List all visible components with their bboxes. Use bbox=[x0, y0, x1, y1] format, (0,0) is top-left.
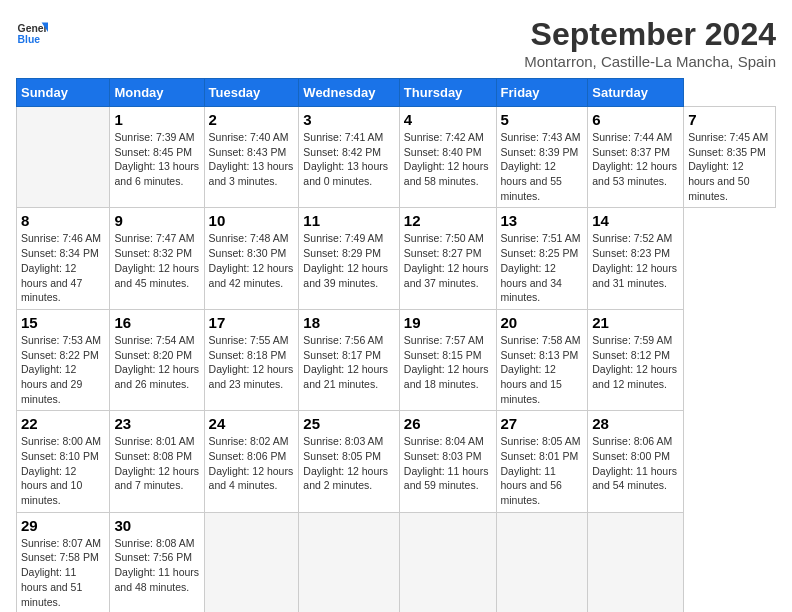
calendar-cell: 12 Sunrise: 7:50 AMSunset: 8:27 PMDaylig… bbox=[399, 208, 496, 309]
day-info: Sunrise: 7:58 AMSunset: 8:13 PMDaylight:… bbox=[501, 333, 584, 406]
logo-icon: General Blue bbox=[16, 16, 48, 48]
calendar-cell bbox=[299, 512, 399, 612]
day-info: Sunrise: 7:57 AMSunset: 8:15 PMDaylight:… bbox=[404, 333, 492, 392]
day-info: Sunrise: 7:42 AMSunset: 8:40 PMDaylight:… bbox=[404, 130, 492, 189]
day-number: 20 bbox=[501, 314, 584, 331]
day-number: 8 bbox=[21, 212, 105, 229]
day-info: Sunrise: 7:45 AMSunset: 8:35 PMDaylight:… bbox=[688, 130, 771, 203]
day-number: 6 bbox=[592, 111, 679, 128]
day-info: Sunrise: 8:02 AMSunset: 8:06 PMDaylight:… bbox=[209, 434, 295, 493]
day-info: Sunrise: 8:01 AMSunset: 8:08 PMDaylight:… bbox=[114, 434, 199, 493]
logo: General Blue bbox=[16, 16, 48, 48]
calendar-cell: 28 Sunrise: 8:06 AMSunset: 8:00 PMDaylig… bbox=[588, 411, 684, 512]
day-info: Sunrise: 8:05 AMSunset: 8:01 PMDaylight:… bbox=[501, 434, 584, 507]
day-number: 22 bbox=[21, 415, 105, 432]
day-number: 23 bbox=[114, 415, 199, 432]
day-number: 2 bbox=[209, 111, 295, 128]
calendar-cell: 5 Sunrise: 7:43 AMSunset: 8:39 PMDayligh… bbox=[496, 107, 588, 208]
day-info: Sunrise: 7:59 AMSunset: 8:12 PMDaylight:… bbox=[592, 333, 679, 392]
calendar-cell bbox=[204, 512, 299, 612]
day-info: Sunrise: 7:51 AMSunset: 8:25 PMDaylight:… bbox=[501, 231, 584, 304]
day-number: 25 bbox=[303, 415, 394, 432]
day-number: 18 bbox=[303, 314, 394, 331]
day-info: Sunrise: 7:41 AMSunset: 8:42 PMDaylight:… bbox=[303, 130, 394, 189]
calendar-cell bbox=[588, 512, 684, 612]
day-info: Sunrise: 7:50 AMSunset: 8:27 PMDaylight:… bbox=[404, 231, 492, 290]
day-info: Sunrise: 7:46 AMSunset: 8:34 PMDaylight:… bbox=[21, 231, 105, 304]
day-number: 21 bbox=[592, 314, 679, 331]
day-number: 28 bbox=[592, 415, 679, 432]
calendar-cell: 4 Sunrise: 7:42 AMSunset: 8:40 PMDayligh… bbox=[399, 107, 496, 208]
day-info: Sunrise: 8:03 AMSunset: 8:05 PMDaylight:… bbox=[303, 434, 394, 493]
calendar-cell: 11 Sunrise: 7:49 AMSunset: 8:29 PMDaylig… bbox=[299, 208, 399, 309]
calendar-cell: 13 Sunrise: 7:51 AMSunset: 8:25 PMDaylig… bbox=[496, 208, 588, 309]
calendar-cell bbox=[496, 512, 588, 612]
day-info: Sunrise: 7:47 AMSunset: 8:32 PMDaylight:… bbox=[114, 231, 199, 290]
calendar-cell: 18 Sunrise: 7:56 AMSunset: 8:17 PMDaylig… bbox=[299, 309, 399, 410]
day-info: Sunrise: 8:04 AMSunset: 8:03 PMDaylight:… bbox=[404, 434, 492, 493]
weekday-header: Thursday bbox=[399, 79, 496, 107]
weekday-header: Friday bbox=[496, 79, 588, 107]
calendar-cell: 21 Sunrise: 7:59 AMSunset: 8:12 PMDaylig… bbox=[588, 309, 684, 410]
day-number: 9 bbox=[114, 212, 199, 229]
calendar-cell: 29 Sunrise: 8:07 AMSunset: 7:58 PMDaylig… bbox=[17, 512, 110, 612]
calendar-cell: 27 Sunrise: 8:05 AMSunset: 8:01 PMDaylig… bbox=[496, 411, 588, 512]
calendar-cell: 23 Sunrise: 8:01 AMSunset: 8:08 PMDaylig… bbox=[110, 411, 204, 512]
calendar-cell: 2 Sunrise: 7:40 AMSunset: 8:43 PMDayligh… bbox=[204, 107, 299, 208]
day-info: Sunrise: 7:54 AMSunset: 8:20 PMDaylight:… bbox=[114, 333, 199, 392]
day-info: Sunrise: 8:00 AMSunset: 8:10 PMDaylight:… bbox=[21, 434, 105, 507]
calendar-cell: 17 Sunrise: 7:55 AMSunset: 8:18 PMDaylig… bbox=[204, 309, 299, 410]
day-number: 13 bbox=[501, 212, 584, 229]
day-info: Sunrise: 7:55 AMSunset: 8:18 PMDaylight:… bbox=[209, 333, 295, 392]
calendar-cell: 24 Sunrise: 8:02 AMSunset: 8:06 PMDaylig… bbox=[204, 411, 299, 512]
day-number: 11 bbox=[303, 212, 394, 229]
day-info: Sunrise: 8:08 AMSunset: 7:56 PMDaylight:… bbox=[114, 536, 199, 595]
day-number: 26 bbox=[404, 415, 492, 432]
svg-text:Blue: Blue bbox=[18, 34, 41, 45]
calendar-cell: 6 Sunrise: 7:44 AMSunset: 8:37 PMDayligh… bbox=[588, 107, 684, 208]
weekday-header: Tuesday bbox=[204, 79, 299, 107]
title-area: September 2024 Montarron, Castille-La Ma… bbox=[524, 16, 776, 70]
location: Montarron, Castille-La Mancha, Spain bbox=[524, 53, 776, 70]
day-info: Sunrise: 7:43 AMSunset: 8:39 PMDaylight:… bbox=[501, 130, 584, 203]
calendar-cell: 10 Sunrise: 7:48 AMSunset: 8:30 PMDaylig… bbox=[204, 208, 299, 309]
calendar-cell: 9 Sunrise: 7:47 AMSunset: 8:32 PMDayligh… bbox=[110, 208, 204, 309]
day-info: Sunrise: 7:52 AMSunset: 8:23 PMDaylight:… bbox=[592, 231, 679, 290]
day-info: Sunrise: 7:49 AMSunset: 8:29 PMDaylight:… bbox=[303, 231, 394, 290]
calendar-cell bbox=[17, 107, 110, 208]
day-info: Sunrise: 7:39 AMSunset: 8:45 PMDaylight:… bbox=[114, 130, 199, 189]
day-number: 19 bbox=[404, 314, 492, 331]
day-number: 12 bbox=[404, 212, 492, 229]
calendar-cell: 8 Sunrise: 7:46 AMSunset: 8:34 PMDayligh… bbox=[17, 208, 110, 309]
calendar-cell: 19 Sunrise: 7:57 AMSunset: 8:15 PMDaylig… bbox=[399, 309, 496, 410]
calendar-cell bbox=[399, 512, 496, 612]
day-number: 7 bbox=[688, 111, 771, 128]
day-number: 10 bbox=[209, 212, 295, 229]
day-number: 24 bbox=[209, 415, 295, 432]
calendar-table: SundayMondayTuesdayWednesdayThursdayFrid… bbox=[16, 78, 776, 612]
day-number: 15 bbox=[21, 314, 105, 331]
day-number: 1 bbox=[114, 111, 199, 128]
day-info: Sunrise: 8:07 AMSunset: 7:58 PMDaylight:… bbox=[21, 536, 105, 609]
weekday-header: Sunday bbox=[17, 79, 110, 107]
day-info: Sunrise: 7:53 AMSunset: 8:22 PMDaylight:… bbox=[21, 333, 105, 406]
day-number: 5 bbox=[501, 111, 584, 128]
weekday-header: Saturday bbox=[588, 79, 684, 107]
calendar-cell: 20 Sunrise: 7:58 AMSunset: 8:13 PMDaylig… bbox=[496, 309, 588, 410]
day-info: Sunrise: 8:06 AMSunset: 8:00 PMDaylight:… bbox=[592, 434, 679, 493]
day-number: 17 bbox=[209, 314, 295, 331]
day-number: 3 bbox=[303, 111, 394, 128]
day-number: 14 bbox=[592, 212, 679, 229]
calendar-cell: 30 Sunrise: 8:08 AMSunset: 7:56 PMDaylig… bbox=[110, 512, 204, 612]
day-number: 27 bbox=[501, 415, 584, 432]
month-title: September 2024 bbox=[524, 16, 776, 53]
day-info: Sunrise: 7:44 AMSunset: 8:37 PMDaylight:… bbox=[592, 130, 679, 189]
calendar-cell: 16 Sunrise: 7:54 AMSunset: 8:20 PMDaylig… bbox=[110, 309, 204, 410]
weekday-header: Monday bbox=[110, 79, 204, 107]
calendar-cell: 14 Sunrise: 7:52 AMSunset: 8:23 PMDaylig… bbox=[588, 208, 684, 309]
day-info: Sunrise: 7:48 AMSunset: 8:30 PMDaylight:… bbox=[209, 231, 295, 290]
day-number: 4 bbox=[404, 111, 492, 128]
day-number: 16 bbox=[114, 314, 199, 331]
page-header: General Blue September 2024 Montarron, C… bbox=[16, 16, 776, 70]
calendar-cell: 25 Sunrise: 8:03 AMSunset: 8:05 PMDaylig… bbox=[299, 411, 399, 512]
